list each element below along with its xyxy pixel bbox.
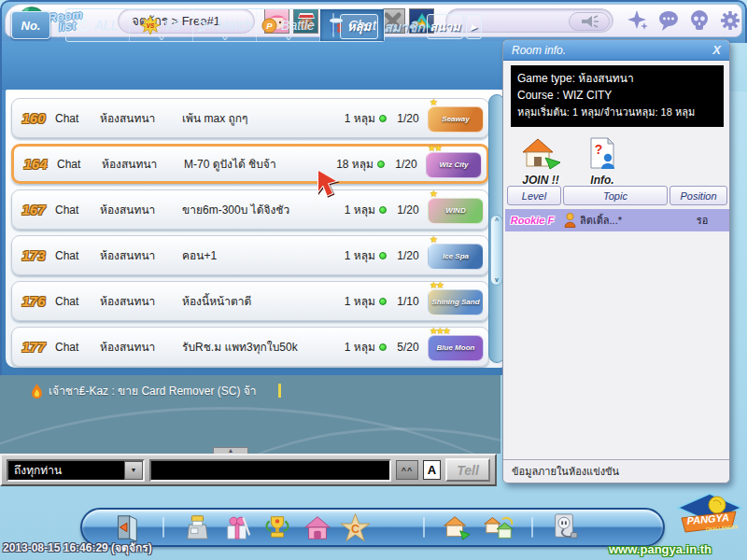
- chat-target-dropdown[interactable]: ถึงทุกท่าน ▼: [7, 459, 145, 482]
- sparkle-icon[interactable]: [627, 9, 649, 32]
- room-game-type: ห้องสนทนา: [100, 338, 182, 356]
- join-button[interactable]: JOIN !!: [518, 137, 563, 187]
- text-caret: [278, 384, 281, 398]
- course-badge: ★ Ice Spa: [427, 237, 485, 274]
- member-topic: ลิตเติ้ล...*: [580, 212, 675, 229]
- room-mode: Chat: [55, 203, 100, 217]
- course-stars: ★★: [428, 143, 441, 153]
- room-players: 1/20: [389, 112, 427, 125]
- scratch-card-button[interactable]: C: [339, 511, 371, 543]
- divider: [57, 13, 59, 37]
- info-doc-icon: ?: [588, 137, 616, 171]
- disconnect-button[interactable]: [548, 511, 580, 543]
- room-row-173[interactable]: 173 Chat ห้องสนทนา คอน+1 1 หลุม 1/20 ★ I…: [11, 235, 489, 275]
- course-badge-label: WIND: [428, 198, 484, 224]
- svg-text:C: C: [350, 523, 359, 536]
- header-position[interactable]: Position: [669, 186, 727, 205]
- quick-join-button[interactable]: [483, 511, 514, 543]
- filter-match-button[interactable]: Match v: [193, 9, 257, 41]
- trophy-button[interactable]: [261, 511, 293, 543]
- room-mode: Chat: [55, 341, 100, 354]
- room-row-164-selected[interactable]: 164 Chat ห้องสนทนา M-70 ดูปังได้ ชิบจ้า …: [11, 144, 489, 184]
- svg-text:VS: VS: [147, 22, 155, 29]
- status-dot-icon: [375, 115, 389, 122]
- status-dot-icon: [375, 343, 389, 351]
- column-holes-button[interactable]: หลุม: [340, 14, 378, 39]
- vs-burst-icon: VS: [141, 16, 160, 35]
- my-room-button[interactable]: [302, 511, 333, 543]
- room-number: 176: [12, 293, 55, 309]
- column-members-label: สมาชิก: [382, 14, 427, 39]
- room-list-panel: 160 Chat ห้องสนทนา เพ้น max ถูกๆ 1 หลุม …: [6, 90, 510, 368]
- chat-log: เจ้าชา₤-Kaz : ขาย Card Remover (SC) จ้า: [0, 375, 500, 454]
- divider: [332, 13, 334, 37]
- chat-bubble-icon[interactable]: [657, 9, 680, 32]
- megaphone-icon[interactable]: [569, 12, 610, 31]
- filter-vs-button[interactable]: VS VS v: [130, 9, 193, 41]
- course-badge-label: Blue Moon: [428, 335, 484, 361]
- gift-button[interactable]: [221, 511, 253, 543]
- skull-icon[interactable]: [688, 9, 711, 32]
- course-stars: ★: [430, 234, 436, 245]
- status-dot-icon: [375, 252, 389, 259]
- room-mode: Chat: [55, 112, 100, 125]
- status-dot-icon: [375, 298, 389, 305]
- room-number: 173: [12, 247, 55, 263]
- course-badge: ★★ Wiz City: [425, 146, 483, 183]
- chat-input-bar: ถึงทุกท่าน ▼ ^^ A Tell: [0, 454, 497, 486]
- course-badge-label: Wiz City: [426, 152, 482, 178]
- room-row-167[interactable]: 167 Chat ห้องสนทนา ขาย6m-300บ ได้จิงชัว …: [11, 189, 489, 230]
- room-info-title: Room info.: [512, 44, 566, 57]
- header-level[interactable]: Level: [507, 186, 561, 205]
- chat-message-text: เจ้าชา₤-Kaz : ขาย Card Remover (SC) จ้า: [49, 382, 257, 399]
- room-title: รับRช.ม แพท3ทุกใบ50k: [182, 338, 323, 356]
- scroll-down-icon: v: [495, 276, 499, 283]
- chat-target-value: ถึงทุกท่าน: [14, 461, 62, 479]
- course-badge: ★ WIND: [427, 191, 485, 229]
- join-room-button[interactable]: [440, 511, 472, 543]
- scroll-up-icon: ^: [495, 217, 499, 224]
- dropdown-arrow-button[interactable]: ▼: [124, 461, 143, 480]
- room-holes: 1 หลุม: [323, 201, 375, 218]
- pangya-challenges-logo: PANGYA CHALLENGES: [674, 492, 745, 542]
- column-more-button[interactable]: ▶: [466, 14, 482, 39]
- room-game-type: ห้องสนทนา: [100, 246, 182, 264]
- scrollbar-thumb[interactable]: ^ v: [490, 215, 503, 286]
- room-game-type: ห้องสนทนา: [102, 155, 184, 173]
- gear-icon[interactable]: [719, 9, 741, 32]
- pang-coin-icon: P: [261, 18, 277, 34]
- header-topic[interactable]: Topic: [563, 186, 668, 205]
- course-stars: ★★★: [430, 326, 449, 336]
- room-row-177[interactable]: 177 Chat ห้องสนทนา รับRช.ม แพท3ทุกใบ50k …: [11, 327, 489, 367]
- shop-register-button[interactable]: [181, 511, 213, 543]
- room-mode: Chat: [55, 249, 100, 262]
- course-badge: ★ Seaway: [427, 100, 485, 137]
- filter-all-button[interactable]: ALL: [66, 9, 130, 41]
- tell-send-button[interactable]: Tell: [445, 458, 490, 482]
- course-badge: ★★ Shining Sand: [427, 283, 485, 320]
- room-title: เพ้น max ถูกๆ: [182, 109, 323, 127]
- chat-text-input[interactable]: [149, 459, 391, 482]
- bottom-toolbar: C: [80, 508, 665, 547]
- room-number: 160: [12, 110, 55, 126]
- room-players: 1/10: [389, 295, 427, 308]
- course-badge-label: Shining Sand: [428, 289, 484, 315]
- filter-battle-button[interactable]: P Battle v: [257, 9, 320, 41]
- font-button[interactable]: A: [423, 460, 441, 480]
- game-type-line: Game type: ห้องสนทนา: [517, 70, 717, 87]
- room-info-details: Game type: ห้องสนทนา Course : WIZ CITY ห…: [511, 65, 724, 127]
- room-title: M-70 ดูปังได้ ชิบจ้า: [184, 155, 321, 173]
- course-line: Course : WIZ CITY: [517, 87, 717, 104]
- flame-icon: [32, 384, 42, 399]
- emote-button[interactable]: ^^: [396, 460, 418, 480]
- room-row-160[interactable]: 160 Chat ห้องสนทนา เพ้น max ถูกๆ 1 หลุม …: [11, 98, 489, 138]
- info-button[interactable]: ? Info.: [584, 137, 621, 187]
- refresh-icon: [78, 19, 92, 33]
- column-course-button[interactable]: สนาม: [427, 14, 463, 39]
- status-dot-icon: [375, 206, 389, 214]
- no-column-button[interactable]: No.: [11, 11, 50, 39]
- close-button[interactable]: X: [712, 43, 721, 57]
- room-row-176[interactable]: 176 Chat ห้องสนทนา ห้องนี้หน้าตาดี 1 หลุ…: [11, 281, 489, 321]
- member-row[interactable]: Rookie F ลิตเติ้ล...* รอ: [505, 209, 729, 231]
- room-mode: Chat: [57, 158, 102, 171]
